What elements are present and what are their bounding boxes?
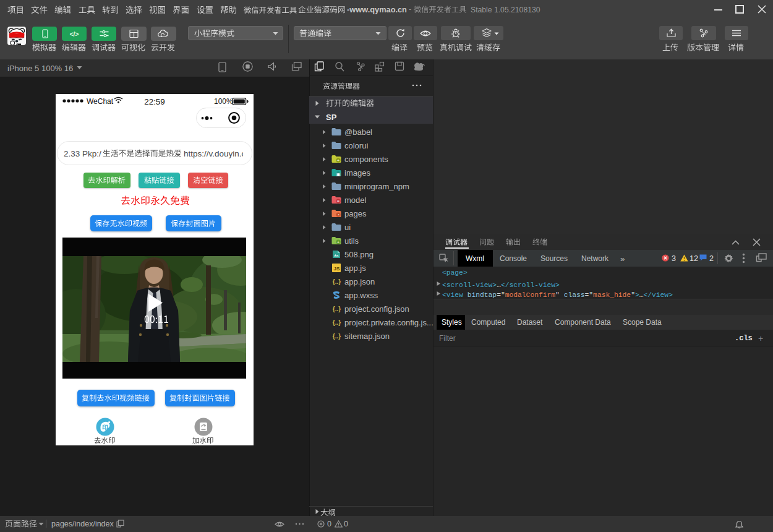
svg-text:≡: ≡ bbox=[337, 199, 340, 204]
svg-text:+: + bbox=[337, 239, 340, 245]
svg-text:▣: ▣ bbox=[336, 171, 340, 177]
svg-text:2.33 Pkp:/: 2.33 Pkp:/ bbox=[64, 149, 101, 158]
svg-text:https://v.douyin.c: https://v.douyin.c bbox=[184, 149, 243, 158]
svg-text:+: + bbox=[337, 158, 340, 163]
svg-text:JS: JS bbox=[334, 266, 340, 272]
svg-text:◔: ◔ bbox=[337, 212, 340, 218]
